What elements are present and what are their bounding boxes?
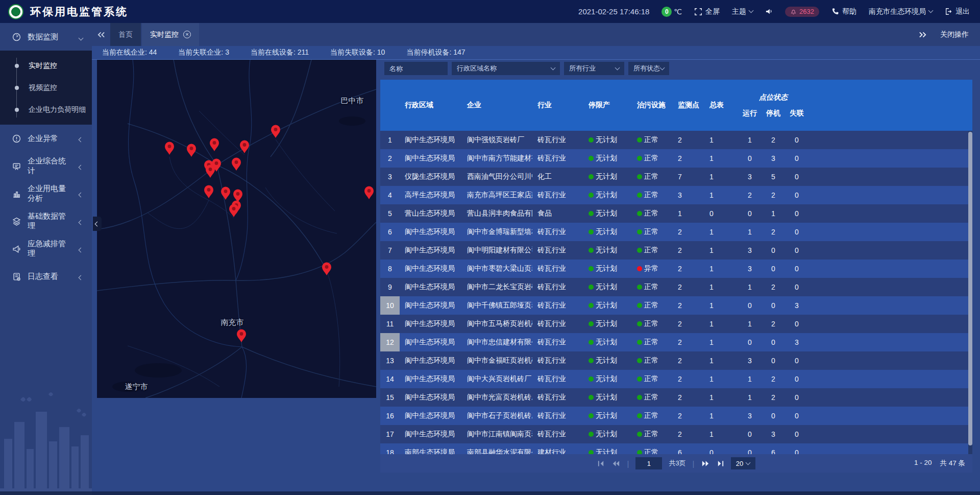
fullscreen-button[interactable]: 全屏 (694, 7, 720, 16)
close-operations-button[interactable]: 关闭操作 (940, 30, 969, 39)
tabs-scroll-right-button[interactable] (914, 31, 932, 38)
table-row[interactable]: 15阆中生态环境局阆中市光富页岩机砖厂砖瓦行业无计划正常21120 (380, 388, 972, 407)
sound-button[interactable] (765, 8, 773, 15)
chevron-left-icon (79, 272, 83, 281)
row-number: 10 (380, 296, 400, 315)
sidebar-item-enterprise-statistics[interactable]: 企业综合统计 (0, 152, 92, 180)
cell-industry: 砖瓦行业 (532, 411, 583, 420)
table-row[interactable]: 6阆中生态环境局阆中市金博瑞新型墙材砖瓦行业无计划正常21120 (380, 223, 972, 241)
map-pin[interactable] (270, 124, 281, 138)
chevron-left-icon (79, 162, 83, 171)
cell-production: 无计划 (583, 448, 632, 454)
tab-实时监控[interactable]: 实时监控× (142, 23, 199, 46)
cell-run: 1 (738, 228, 762, 236)
map-pin[interactable] (236, 328, 247, 343)
status-dot (589, 303, 594, 308)
map-pin[interactable] (205, 164, 216, 178)
map-pin[interactable] (203, 184, 214, 199)
table-row[interactable]: 12阆中生态环境局阆中市忠信建材有限公砖瓦行业无计划正常21003 (380, 333, 972, 351)
map-pin[interactable] (228, 203, 239, 218)
page-size-select[interactable]: 20 (731, 457, 755, 469)
name-filter-input[interactable] (384, 62, 448, 75)
row-number: 1 (380, 131, 400, 149)
table-row[interactable]: 9阆中生态环境局阆中市二龙长宝页岩砖砖瓦行业无计划正常21120 (380, 278, 972, 296)
table-row[interactable]: 7阆中生态环境局阆中明阳建材有限公司砖瓦行业无计划正常21300 (380, 241, 972, 260)
table-row[interactable]: 10阆中生态环境局阆中千佛镇五郎垭页岩砖瓦行业无计划正常21003 (380, 296, 972, 315)
cell-meter: 1 (704, 301, 738, 310)
row-number: 14 (380, 370, 400, 388)
alarm-badge[interactable]: 2632 (785, 7, 819, 17)
logout-button[interactable]: 退出 (945, 7, 970, 16)
col-industry: 行业 (532, 80, 583, 131)
org-dropdown[interactable]: 南充市生态环境局 (869, 7, 933, 16)
sidebar-item-label: 基础数据管理 (28, 211, 72, 231)
tab-bar: 首页实时监控× 关闭操作 (92, 23, 980, 46)
map-pin[interactable] (209, 137, 220, 152)
table-row[interactable]: 1阆中生态环境局阆中强锐页岩砖厂砖瓦行业无计划正常21120 (380, 131, 972, 149)
sidebar-item-base-data-manage[interactable]: 基础数据管理 (0, 207, 92, 235)
cell-production: 无计划 (583, 430, 632, 439)
table-row[interactable]: 4高坪生态环境局南充市高坪区王家店建砖瓦行业无计划正常31220 (380, 186, 972, 204)
pin-icon (363, 185, 375, 200)
row-number: 13 (380, 351, 400, 370)
row-number: 11 (380, 315, 400, 333)
sidebar-item-data-monitoring[interactable]: 数据监测 (0, 23, 92, 51)
map-pin[interactable] (363, 185, 375, 200)
first-page-button[interactable] (597, 460, 605, 467)
status-filter-select[interactable]: 所有状态 (628, 62, 669, 75)
sidebar-item-log-view[interactable]: 日志查看 (0, 263, 92, 290)
region-filter-select[interactable]: 行政区域名称 (452, 62, 560, 75)
tabs-scroll-left-button[interactable] (92, 23, 110, 46)
sidebar-item-enterprise-abnormal[interactable]: 企业异常 (0, 125, 92, 152)
map-pin[interactable] (231, 157, 242, 171)
sidebar-item-emergency-reduction[interactable]: 应急减排管理 (0, 235, 92, 263)
table-row[interactable]: 14阆中生态环境局阆中大兴页岩机砖厂砖瓦行业无计划正常21120 (380, 370, 972, 388)
table-row[interactable]: 3仪陇生态环境局西南油气田分公司川中化工无计划正常71350 (380, 168, 972, 186)
map-canvas[interactable]: 巴中市南充市遂宁市 (97, 60, 376, 398)
tab-label: 实时监控 (150, 30, 179, 39)
tab-首页[interactable]: 首页 (110, 23, 141, 46)
stat-label: 当前失联设备: (330, 48, 377, 56)
sidebar-item-power-usage-analysis[interactable]: 企业用电量分析 (0, 180, 92, 207)
sidebar-subitem-power-load-detail[interactable]: 企业电力负荷明细 (0, 99, 92, 121)
sidebar-subitem-video-monitor[interactable]: 视频监控 (0, 77, 92, 99)
cell-monitor: 2 (673, 338, 704, 346)
cell-industry: 砖瓦行业 (532, 430, 583, 439)
map-pin[interactable] (321, 262, 332, 276)
status-dot (637, 211, 642, 216)
table-row[interactable]: 17阆中生态环境局阆中市江南镇阆南页岩砖瓦行业无计划正常21030 (380, 425, 972, 443)
help-button[interactable]: 帮助 (831, 7, 856, 16)
map-pin[interactable] (164, 141, 175, 155)
cell-run: 2 (738, 191, 762, 199)
map-pin[interactable] (186, 143, 197, 157)
sidebar-subitem-realtime-monitor[interactable]: 实时监控 (0, 55, 92, 77)
prev-page-button[interactable] (611, 460, 620, 467)
cell-monitor: 3 (673, 191, 704, 199)
cell-meter: 1 (704, 357, 738, 365)
map-pin[interactable] (239, 139, 250, 154)
table-row[interactable]: 8阆中生态环境局阆中市枣碧大梁山页岩砖瓦行业无计划异常21300 (380, 260, 972, 278)
scrollbar-thumb[interactable] (968, 132, 972, 445)
row-number: 2 (380, 149, 400, 168)
table-row[interactable]: 11阆中生态环境局阆中市五马桥页岩机砖砖瓦行业无计划正常21120 (380, 315, 972, 333)
page-number-input[interactable] (635, 457, 662, 469)
sidebar-item-label: 日志查看 (28, 272, 58, 281)
industry-filter-select[interactable]: 所有行业 (564, 62, 624, 75)
table-row[interactable]: 18南部生态环境局南部县融华水泥有限公建材行业无计划正常60060 (380, 443, 972, 454)
table-scrollbar[interactable] (968, 131, 972, 454)
pin-icon (321, 262, 332, 276)
sidebar-collapse-handle[interactable] (93, 217, 102, 231)
divider: | (693, 459, 695, 468)
tab-close-icon[interactable]: × (183, 31, 191, 38)
next-page-button[interactable] (701, 460, 710, 467)
table-row[interactable]: 13阆中生态环境局阆中市金福旺页岩机砖砖瓦行业无计划正常21300 (380, 351, 972, 370)
cell-stop: 0 (762, 265, 785, 273)
cell-lost: 0 (785, 154, 808, 162)
map-pin[interactable] (220, 186, 231, 200)
table-row[interactable]: 5营山生态环境局营山县润丰肉食品有限食品无计划正常10010 (380, 204, 972, 223)
temperature: 0 ℃ (662, 7, 682, 17)
theme-dropdown[interactable]: 主题 (732, 7, 753, 16)
table-row[interactable]: 2阆中生态环境局阆中市南方节能建材有砖瓦行业无计划正常21030 (380, 149, 972, 168)
table-row[interactable]: 16阆中生态环境局阆中市石子页岩机砖厂砖瓦行业无计划正常21300 (380, 407, 972, 425)
last-page-button[interactable] (717, 460, 724, 467)
